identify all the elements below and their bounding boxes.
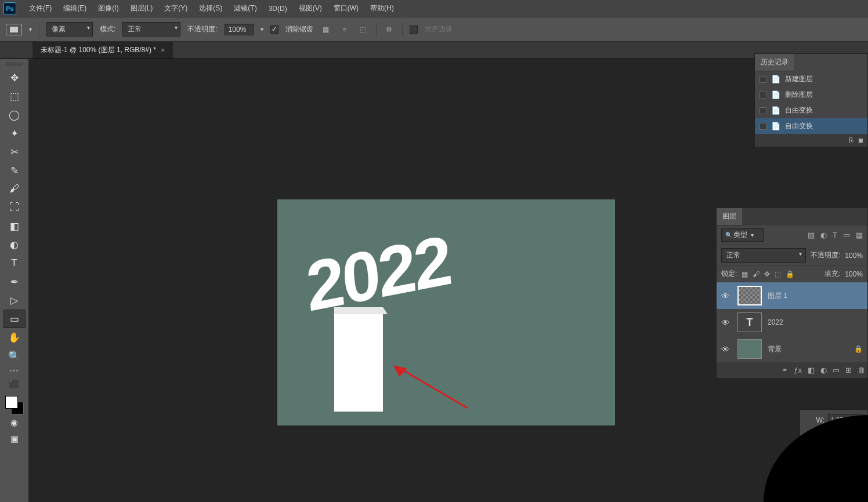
lock-artboard-icon[interactable]: ⬚ [775, 270, 781, 278]
mode-dropdown[interactable]: 正常 [122, 22, 180, 37]
history-item[interactable]: 📄 删除图层 [755, 87, 867, 103]
gear-icon[interactable]: ⚙ [384, 24, 395, 35]
pen-tool[interactable]: ✒ [3, 272, 26, 291]
menu-window[interactable]: 窗口(W) [328, 1, 364, 16]
lock-all-icon[interactable]: 🔒 [786, 270, 794, 278]
filter-type-icon[interactable]: T [833, 231, 837, 239]
grip-icon[interactable] [6, 63, 23, 66]
adjustment-icon[interactable]: ◐ [820, 366, 827, 374]
filter-adjust-icon[interactable]: ◐ [820, 231, 827, 239]
menu-layer[interactable]: 图层(L) [125, 1, 159, 16]
history-label: 删除图层 [785, 90, 813, 100]
new-snapshot-icon[interactable]: ⎘ [849, 136, 853, 144]
screenmode-tool[interactable]: ▣ [3, 431, 26, 447]
eyedropper-tool[interactable]: ✎ [3, 161, 26, 180]
menu-edit[interactable]: 编辑(E) [57, 1, 92, 16]
layer-thumbnail[interactable] [737, 286, 762, 305]
opacity-input[interactable]: 100% [225, 24, 254, 35]
align-icon[interactable]: ≡ [339, 24, 350, 35]
visibility-icon[interactable]: 👁 [721, 344, 732, 354]
blend-mode-dropdown[interactable]: 正常 [721, 248, 806, 263]
trash-icon[interactable]: 🗑 [858, 366, 865, 374]
brush-tool[interactable]: 🖌 [3, 180, 26, 198]
mask-icon[interactable]: ◧ [808, 366, 815, 374]
menu-3d[interactable]: 3D(D) [263, 2, 293, 15]
fx-icon[interactable]: ƒx [794, 366, 802, 374]
menu-file[interactable]: 文件(F) [23, 1, 57, 16]
zoom-tool[interactable]: 🔍 [3, 347, 26, 365]
lasso-tool[interactable]: ◯ [3, 106, 26, 124]
history-tab[interactable]: 历史记录 [755, 54, 794, 71]
color-swatches[interactable] [5, 396, 24, 414]
layer-thumbnail-text[interactable]: T [737, 312, 762, 332]
hand-tool[interactable]: ✋ [3, 328, 26, 347]
filter-pixel-icon[interactable]: ▧ [808, 231, 815, 239]
document-icon: 📄 [771, 122, 780, 131]
unit-dropdown[interactable]: 像素 [46, 22, 93, 37]
new-layer-icon[interactable]: ⊞ [845, 366, 852, 374]
chevron-down-icon[interactable]: ▾ [261, 26, 263, 32]
menu-image[interactable]: 图像(I) [92, 1, 124, 16]
lock-pixels-icon[interactable]: 🖌 [753, 270, 760, 278]
group-icon[interactable]: ▭ [833, 366, 840, 374]
type-tool[interactable]: T [3, 254, 26, 272]
default-colors-icon[interactable]: ⬛ [3, 376, 26, 392]
camera-icon[interactable]: ◙ [859, 136, 863, 144]
lock-transparent-icon[interactable]: ▦ [742, 270, 748, 278]
history-item[interactable]: 📄 自由变换 [755, 118, 867, 134]
ps-logo-icon: Ps [3, 2, 16, 15]
chevron-down-icon[interactable]: ▾ [29, 26, 32, 32]
filter-smart-icon[interactable]: ▦ [856, 231, 863, 239]
fill-value[interactable]: 100% [845, 270, 863, 278]
layer-thumbnail-bg[interactable] [737, 339, 762, 359]
mode-label: 模式: [100, 24, 115, 34]
layer-item[interactable]: 👁 背景 🔒 [717, 336, 867, 362]
filter-shape-icon[interactable]: ▭ [843, 231, 850, 239]
lock-position-icon[interactable]: ✥ [764, 270, 770, 278]
close-icon[interactable]: × [161, 46, 165, 54]
layers-panel: 图层 类型 ▧ ◐ T ▭ ▦ 正常 不透明度: 100% 锁定: ▦ 🖌 ✥ … [716, 208, 868, 379]
svg-line-0 [400, 369, 468, 408]
history-list: 📄 新建图层 📄 删除图层 📄 自由变换 📄 自由变换 [755, 71, 867, 134]
menu-view[interactable]: 视图(V) [293, 1, 328, 16]
artboard[interactable]: 2022 [277, 199, 615, 425]
stack-icon[interactable]: ⬚ [357, 24, 369, 35]
document-tab[interactable]: 未标题-1 @ 100% (图层 1, RGB/8#) * × [32, 42, 173, 59]
visibility-icon[interactable]: 👁 [721, 291, 732, 301]
rectangle-tool[interactable]: ▭ [3, 310, 26, 328]
layer-opacity-label: 不透明度: [811, 250, 840, 260]
move-tool[interactable]: ✥ [3, 68, 26, 87]
history-label: 新建图层 [785, 74, 813, 84]
link-icon[interactable]: ⚭ [782, 366, 788, 374]
layers-tab[interactable]: 图层 [717, 208, 742, 225]
history-item[interactable]: 📄 新建图层 [755, 71, 867, 87]
lock-icon: 🔒 [854, 345, 863, 353]
menu-type[interactable]: 文字(Y) [158, 1, 193, 16]
more-tools-icon[interactable]: ••• [9, 365, 19, 376]
visibility-icon[interactable]: 👁 [721, 318, 732, 328]
marquee-tool[interactable]: ⬚ [3, 87, 26, 106]
layer-filter-dropdown[interactable]: 类型 [721, 228, 764, 242]
style-icon[interactable]: ▦ [320, 24, 332, 35]
foreground-swatch[interactable] [5, 396, 18, 409]
stamp-tool[interactable]: ⛶ [3, 198, 26, 217]
menu-help[interactable]: 帮助(H) [364, 1, 400, 16]
layer-name: 图层 1 [768, 291, 787, 301]
menu-filter[interactable]: 滤镜(T) [228, 1, 262, 16]
canvas-shape-block [334, 314, 383, 412]
history-item[interactable]: 📄 自由变换 [755, 103, 867, 118]
antialias-checkbox[interactable] [270, 26, 279, 34]
tool-preset-icon[interactable] [6, 24, 22, 35]
gradient-tool[interactable]: ◐ [3, 235, 26, 254]
align-edges-checkbox[interactable] [410, 26, 418, 34]
wand-tool[interactable]: ✦ [3, 124, 26, 143]
quickmask-tool[interactable]: ◉ [3, 414, 26, 431]
crop-tool[interactable]: ✂ [3, 143, 26, 161]
layer-opacity-value[interactable]: 100% [845, 252, 863, 260]
path-select-tool[interactable]: ▷ [3, 291, 26, 310]
layer-item[interactable]: 👁 T 2022 [717, 309, 867, 336]
blend-row: 正常 不透明度: 100% [717, 245, 867, 266]
eraser-tool[interactable]: ◧ [3, 217, 26, 235]
layer-item[interactable]: 👁 图层 1 [717, 282, 867, 309]
menu-select[interactable]: 选择(S) [193, 1, 228, 16]
